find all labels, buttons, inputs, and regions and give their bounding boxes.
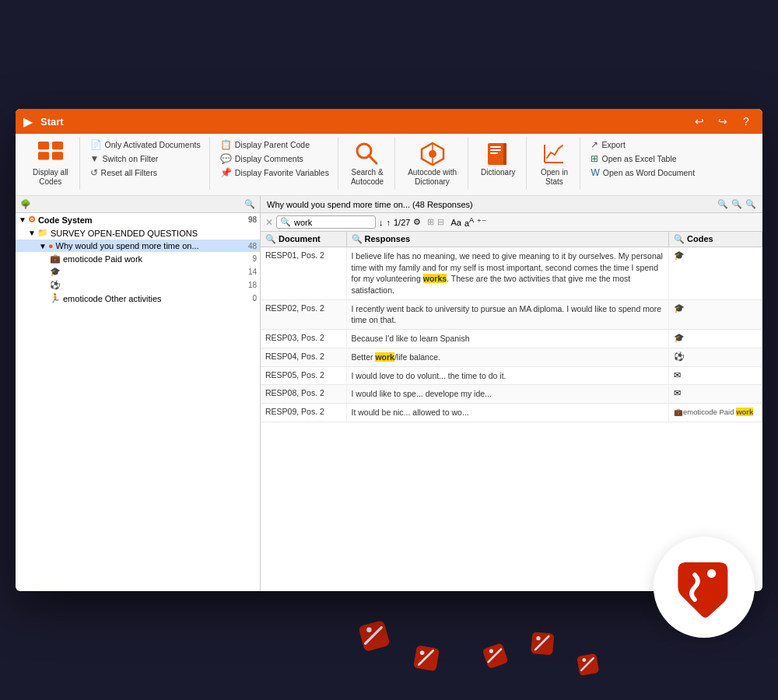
export-option[interactable]: ↗ Export <box>588 138 697 151</box>
search-result-count: 1/27 <box>394 218 410 227</box>
dictionary-label: Dictionary <box>481 168 515 177</box>
response-cell: I would like to spe... develope my ide..… <box>346 385 669 404</box>
right-panel-header: Why would you spend more time on... (48 … <box>261 196 762 213</box>
codes-cell: ✉ <box>669 366 762 385</box>
emoti-icon-1: 💼 <box>50 254 61 264</box>
only-activated-docs-option[interactable]: 📄 Only Activated Documents <box>88 138 203 151</box>
search-icon-right[interactable]: 🔍 <box>717 199 728 209</box>
right-panel: Why would you spend more time on... (48 … <box>261 196 762 591</box>
highlight-works: works <box>423 274 447 283</box>
search-icon-btn[interactable]: 🔍 <box>244 199 255 209</box>
nav-down-btn[interactable]: ↓ <box>379 218 384 227</box>
svg-rect-0 <box>358 620 390 652</box>
tree-item-survey[interactable]: ▼ 📁 SURVEY OPEN-ENDED QUESTIONS <box>16 226 260 240</box>
table-row: RESP08, Pos. 2 I would like to spe... de… <box>261 385 762 404</box>
ribbon-group-export: ↗ Export ⊞ Open as Excel Table W Open as… <box>582 137 703 190</box>
code-tag-text: 💼emoticode Paid work <box>674 408 753 416</box>
font-btn[interactable]: Aa <box>450 218 461 227</box>
doc-cell: RESP03, Pos. 2 <box>261 330 346 348</box>
grid-icon[interactable]: ⊟ <box>437 217 444 227</box>
code-icon-why: ● <box>48 241 54 250</box>
left-panel: 🌳 🔍 ▼ ⚙ Code System 98 ▼ 📁 SURVEY OPEN-E… <box>16 196 261 591</box>
search-row: ✕ 🔍 ↓ ↑ 1/27 ⚙ ⊞ ⊟ Aa aA ⁺⁻ <box>261 213 762 232</box>
tree-item-other[interactable]: 🏃 emoticode Other activities 0 <box>16 292 260 305</box>
svg-rect-4 <box>482 643 509 669</box>
reset-filters-label: Reset all Filters <box>101 168 157 177</box>
svg-rect-21 <box>490 146 501 148</box>
close-search-btn[interactable]: ✕ <box>265 217 273 228</box>
word-icon: W <box>591 167 599 178</box>
search-input[interactable] <box>294 218 372 227</box>
small-logo-3 <box>482 643 512 673</box>
display-comments-label: Display Comments <box>235 154 303 163</box>
ribbon-group-stats: Open inStats <box>528 137 580 190</box>
display-comments-option[interactable]: 💬 Display Comments <box>218 152 331 165</box>
window-title: Start <box>40 116 64 128</box>
undo-button[interactable]: ↩ <box>691 113 708 130</box>
display-codes-icon <box>37 140 65 168</box>
main-content: 🌳 🔍 ▼ ⚙ Code System 98 ▼ 📁 SURVEY OPEN-E… <box>16 196 762 591</box>
other-count: 0 <box>237 294 257 303</box>
search-icon-right2[interactable]: 🔍 <box>731 199 742 209</box>
display-favorite-vars-option[interactable]: 📌 Display Favorite Variables <box>218 166 331 179</box>
options-btn[interactable]: ⚙ <box>413 217 421 227</box>
nav-up-btn[interactable]: ↑ <box>387 218 391 227</box>
reset-filters-option[interactable]: ↺ Reset all Filters <box>88 166 203 179</box>
display-all-codes-button[interactable]: Display allCodes <box>28 137 73 190</box>
search-icon-inline: 🔍 <box>280 217 291 227</box>
tree-item-emoti3[interactable]: ⚽ 18 <box>16 278 260 292</box>
codes-col-icon: 🔍 <box>674 234 685 243</box>
dictionary-button[interactable]: Dictionary <box>476 137 520 180</box>
svg-point-17 <box>429 150 436 158</box>
code-tag-3: 🎓 <box>674 333 685 342</box>
table-icon[interactable]: ⊞ <box>427 217 434 227</box>
search-icon-right3[interactable]: 🔍 <box>745 199 756 209</box>
emoti-icon-3: ⚽ <box>50 280 61 290</box>
help-button[interactable]: ? <box>738 113 755 130</box>
code-tag-4: ⚽ <box>674 352 685 361</box>
open-excel-option[interactable]: ⊞ Open as Excel Table <box>588 152 697 165</box>
search-autocode-label: Search &Autocode <box>351 168 384 187</box>
tree-item-paid-work[interactable]: 💼 emoticode Paid work 9 <box>16 252 260 265</box>
tree-item-system[interactable]: ▼ ⚙ Code System 98 <box>16 213 260 226</box>
switch-filter-option[interactable]: ▼ Switch on Filter <box>88 152 203 165</box>
svg-rect-23 <box>490 152 498 154</box>
svg-point-9 <box>582 658 586 662</box>
other-label: emoticode Other activities <box>63 294 162 303</box>
autocode-dictionary-button[interactable]: Autocode withDictionary <box>403 137 461 190</box>
doc-cell: RESP05, Pos. 2 <box>261 366 346 385</box>
table-row: RESP09, Pos. 2 It would be nic... allowe… <box>261 403 762 422</box>
doc-cell: RESP04, Pos. 2 <box>261 348 346 366</box>
emoti2-count: 14 <box>237 268 257 276</box>
open-excel-label: Open as Excel Table <box>601 154 676 163</box>
main-window: ▶ Start ↩ ↪ ? Display allCodes <box>16 109 762 591</box>
survey-label: SURVEY OPEN-ENDED QUESTIONS <box>51 229 198 238</box>
font-size-btn[interactable]: aA <box>464 216 474 228</box>
svg-rect-10 <box>38 142 49 149</box>
redo-button[interactable]: ↪ <box>714 113 731 130</box>
codes-cell: ⚽ <box>669 348 762 366</box>
reset-icon: ↺ <box>90 167 98 178</box>
tree-item-why[interactable]: ▼ ● Why would you spend more time on... … <box>16 240 260 252</box>
open-stats-button[interactable]: Open inStats <box>534 137 573 190</box>
ribbon-group-options: 📄 Only Activated Documents ▼ Switch on F… <box>82 137 210 190</box>
svg-rect-12 <box>38 152 49 159</box>
highlight-btn[interactable]: ⁺⁻ <box>477 217 486 227</box>
responses-table: 🔍Document 🔍Responses 🔍Codes <box>261 232 762 422</box>
search-autocode-button[interactable]: Search &Autocode <box>346 137 388 190</box>
excel-icon: ⊞ <box>591 153 598 164</box>
svg-rect-13 <box>52 152 63 159</box>
doc-icon: 📄 <box>90 139 102 150</box>
tree-item-emoti2[interactable]: 🎓 14 <box>16 265 260 278</box>
doc-col-icon: 🔍 <box>265 234 276 243</box>
search-input-container: 🔍 <box>276 215 376 229</box>
ribbon-group-display-options: 📋 Display Parent Code 💬 Display Comments… <box>212 137 338 190</box>
response-cell: I believe life has no meaning, we need t… <box>346 247 669 300</box>
export-options-list: ↗ Export ⊞ Open as Excel Table W Open as… <box>588 137 697 179</box>
svg-point-1 <box>366 628 371 632</box>
filter-icon: ▼ <box>90 153 100 164</box>
display-parent-code-option[interactable]: 📋 Display Parent Code <box>218 138 331 151</box>
svg-rect-2 <box>413 645 440 671</box>
open-word-option[interactable]: W Open as Word Document <box>588 166 697 179</box>
tree-icon: 🌳 <box>20 199 31 209</box>
